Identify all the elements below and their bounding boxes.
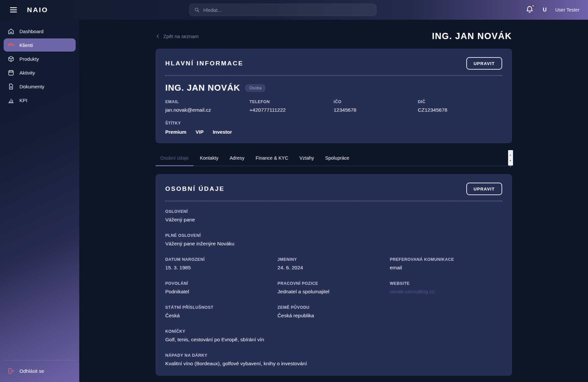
field-label: STÁTNÍ PŘÍSLUŠNOST — [165, 305, 278, 310]
field-email: EMAILjan.novak@email.cz — [165, 100, 250, 113]
field-osloveni: OSLOVENÍVážený pane — [165, 209, 502, 223]
main-info-card-title: HLAVNÍ INFORMACE — [165, 60, 244, 67]
tag-vip: VIP — [196, 129, 204, 135]
field-label: PRACOVNÍ POZICE — [278, 281, 390, 286]
field-value: +420777111222 — [250, 107, 334, 113]
field-value: jan.novak@email.cz — [165, 107, 250, 113]
tab-osobni-udaje[interactable]: Osobní údaje — [156, 152, 194, 166]
divider — [165, 201, 502, 201]
detail-row: DATUM NAROZENÍ15. 3. 1985JMENINY24. 6. 2… — [165, 257, 502, 271]
sidebar-item-label: KPI — [19, 98, 27, 103]
sidebar-item-label: Dokumenty — [19, 84, 44, 89]
sidebar-item-label: Klienti — [19, 42, 33, 48]
sidebar-item-klienti[interactable]: Klienti — [4, 38, 76, 52]
app-root: NAIO U User Tester DashboardKlientiProdu… — [0, 0, 588, 382]
field-napady-na-darky: NÁPADY NA DÁRKYKvalitní víno (Bordeaux),… — [165, 353, 502, 367]
field-label: DIČ — [418, 100, 502, 104]
field-telefon: TELEFON+420777111222 — [250, 100, 334, 113]
calendar-icon — [8, 69, 14, 76]
field-datum-narozeni: DATUM NAROZENÍ15. 3. 1985 — [165, 257, 278, 271]
tag-premium: Premium — [165, 129, 186, 135]
field-value: 24. 6. 2024 — [278, 265, 390, 271]
tags-label: ŠTÍTKY — [165, 121, 502, 125]
edit-main-info-button[interactable]: UPRAVIT — [466, 57, 502, 70]
tab-adresy[interactable]: Adresy — [225, 152, 249, 166]
scroll-up-icon[interactable] — [509, 151, 512, 157]
mini-scrollbar[interactable] — [508, 150, 513, 166]
field-value: Golf, tenis, cestování po Evropě, sbírán… — [165, 337, 502, 343]
scroll-thumb-icon[interactable] — [509, 157, 511, 163]
field-preferovana-komunikace: PREFEROVANÁ KOMUNIKACEemail — [390, 257, 502, 271]
detail-row: STÁTNÍ PŘÍSLUŠNOSTČeskáZEMĚ PŮVODUČeská … — [165, 305, 502, 319]
field-value: Vážený pane — [165, 217, 502, 223]
field-pracovni-pozice: PRACOVNÍ POZICEJednatel a spolumajitel — [278, 281, 390, 295]
sidebar-item-dokumenty[interactable]: Dokumenty — [4, 80, 76, 93]
main-card-fields: EMAILjan.novak@email.czTELEFON+420777111… — [165, 100, 502, 113]
edit-personal-data-button[interactable]: UPRAVIT — [466, 183, 502, 195]
main-info-card: HLAVNÍ INFORMACE UPRAVIT ING. JAN NOVÁK … — [156, 49, 512, 143]
field-label: EMAIL — [165, 100, 250, 104]
scroll-down-icon[interactable] — [509, 163, 512, 169]
chevron-left-icon — [156, 34, 160, 39]
sidebar-item-aktivity[interactable]: Aktivity — [4, 66, 76, 79]
page-title: ING. JAN NOVÁK — [432, 31, 512, 41]
sidebar-nav: DashboardKlientiProduktyAktivityDokument… — [4, 25, 76, 107]
search-bar[interactable] — [189, 4, 377, 16]
field-label: NÁPADY NA DÁRKY — [165, 353, 502, 358]
sidebar-item-label: Dashboard — [19, 29, 43, 34]
topbar: NAIO U User Tester — [0, 0, 588, 20]
client-name: ING. JAN NOVÁK — [165, 83, 240, 93]
sidebar-item-kpi[interactable]: KPI — [4, 94, 76, 107]
field-povolani: POVOLÁNÍPodnikatel — [165, 281, 278, 295]
tab-vztahy[interactable]: Vztahy — [294, 152, 319, 166]
field-label: IČO — [334, 100, 418, 104]
field-value: Podnikatel — [165, 289, 278, 295]
field-label: WEBSITE — [390, 281, 502, 286]
hamburger-menu-icon[interactable] — [9, 6, 18, 14]
website-link[interactable]: novak-consulting.cz — [390, 289, 502, 295]
logout-button[interactable]: Odhlásit se — [4, 364, 76, 377]
search-icon — [194, 7, 200, 13]
avatar[interactable]: U — [543, 7, 547, 13]
tabs-container: Osobní údajeKontaktyAdresyFinance & KYCV… — [156, 152, 356, 166]
field-label: OSLOVENÍ — [165, 209, 502, 214]
tags-row: PremiumVIPInvestor — [165, 129, 502, 135]
sidebar: DashboardKlientiProduktyAktivityDokument… — [0, 20, 79, 382]
detail-row: PLNÉ OSLOVENÍVážený pane inženýre Nováku — [165, 233, 502, 247]
field-label: PLNÉ OSLOVENÍ — [165, 233, 502, 238]
tab-finance-kyc[interactable]: Finance & KYC — [251, 152, 293, 166]
tag-investor: Investor — [213, 129, 232, 135]
document-icon — [8, 83, 14, 90]
personal-data-card: OSOBNÍ ÚDAJE UPRAVIT OSLOVENÍVážený pane… — [156, 174, 512, 376]
cube-icon — [8, 56, 14, 62]
main-content: Zpět na seznam ING. JAN NOVÁK HLAVNÍ INF… — [79, 20, 588, 382]
search-input[interactable] — [203, 7, 372, 13]
field-value: 15. 3. 1985 — [165, 265, 278, 271]
back-link-label: Zpět na seznam — [163, 34, 199, 39]
sidebar-item-label: Produkty — [19, 56, 39, 62]
detail-row: KONÍČKYGolf, tenis, cestování po Evropě,… — [165, 329, 502, 343]
field-label: ZEMĚ PŮVODU — [278, 305, 390, 310]
brand-logo: NAIO — [27, 6, 48, 14]
back-to-list-link[interactable]: Zpět na seznam — [156, 34, 199, 39]
detail-row: POVOLÁNÍPodnikatelPRACOVNÍ POZICEJednate… — [165, 281, 502, 295]
personal-data-card-title: OSOBNÍ ÚDAJE — [165, 185, 225, 192]
user-name[interactable]: User Tester — [555, 7, 579, 12]
field-value: email — [390, 265, 502, 271]
sidebar-footer: Odhlásit se — [4, 360, 76, 377]
notifications-bell-icon[interactable] — [525, 5, 534, 14]
sidebar-spacer — [4, 107, 76, 360]
topbar-right: U User Tester — [525, 5, 579, 14]
detail-row: OSLOVENÍVážený pane — [165, 209, 502, 223]
sidebar-item-label: Aktivity — [19, 70, 35, 76]
field-jmeniny: JMENINY24. 6. 2024 — [278, 257, 390, 271]
tab-spoluprace[interactable]: Spolupráce — [320, 152, 354, 166]
logout-icon — [8, 368, 14, 374]
field-plne-osloveni: PLNÉ OSLOVENÍVážený pane inženýre Nováku — [165, 233, 502, 247]
sidebar-item-produkty[interactable]: Produkty — [4, 52, 76, 65]
sidebar-item-dashboard[interactable]: Dashboard — [4, 25, 76, 38]
users-icon — [8, 42, 14, 49]
field-statni-prislusnost: STÁTNÍ PŘÍSLUŠNOSTČeská — [165, 305, 278, 319]
field-ico: IČO12345678 — [334, 100, 418, 113]
tab-kontakty[interactable]: Kontakty — [195, 152, 223, 166]
